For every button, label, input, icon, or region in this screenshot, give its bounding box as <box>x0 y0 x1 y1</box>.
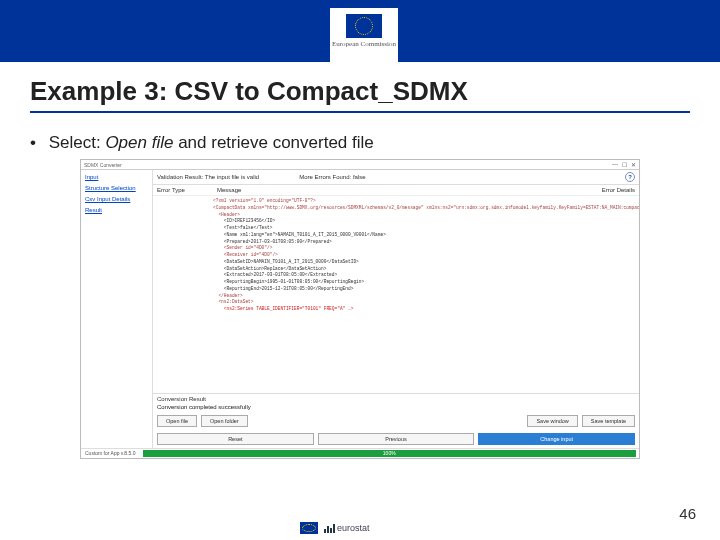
xml-output-box: <?xml version="1.0" encoding="UTF-8"?> <… <box>153 196 639 393</box>
xml-line: <Receiver id="4D0"/> <box>213 252 633 259</box>
xml-line: <ReportingBegin>1995-01-01T08:05:00</Rep… <box>213 279 633 286</box>
app-window: SDMX Converter — ☐ ✕ Input Structure Sel… <box>80 159 640 459</box>
sidebar-item-result[interactable]: Result <box>85 207 148 213</box>
help-icon[interactable]: ? <box>625 172 635 182</box>
eu-flag-icon <box>346 14 382 38</box>
col-error-type: Error Type <box>157 187 217 193</box>
conversion-result-message: Conversion completed successfully <box>157 404 635 410</box>
eurostat-label: eurostat <box>337 523 370 533</box>
validation-value: The input file is valid <box>205 174 259 180</box>
sidebar-item-structure[interactable]: Structure Selection <box>85 185 148 191</box>
status-left: Custom for App v.8.5.0 <box>81 449 140 458</box>
ec-logo-label: European Commission <box>330 40 398 48</box>
xml-line: <Extracted>2017-03-01T08:05:00</Extracte… <box>213 272 633 279</box>
xml-line: <DataSetAction>Replace</DataSetAction> <box>213 266 633 273</box>
col-error-details: Error Details <box>565 187 635 193</box>
footer-logos: eurostat <box>300 522 370 534</box>
xml-line: <ID>IREF123456</ID> <box>213 218 633 225</box>
ec-logo: European Commission <box>330 8 398 62</box>
status-bar: Custom for App v.8.5.0 100% <box>81 448 639 458</box>
eurostat-logo: eurostat <box>324 523 370 533</box>
xml-line: <?xml version="1.0" encoding="UTF-8"?> <box>213 198 633 205</box>
xml-line: <ns2:DataSet> <box>213 299 633 306</box>
change-input-button[interactable]: Change input <box>478 433 635 445</box>
xml-line: <Prepared>2017-03-01T08:05:00</Prepared> <box>213 239 633 246</box>
close-icon[interactable]: ✕ <box>631 161 636 168</box>
xml-line: </Header> <box>213 293 633 300</box>
wizard-sidebar: Input Structure Selection Csv Input Deta… <box>81 170 153 448</box>
reset-button[interactable]: Reset <box>157 433 314 445</box>
window-title: SDMX Converter <box>84 162 122 168</box>
conversion-result-heading: Conversion Result <box>157 396 635 402</box>
slide-title: Example 3: CSV to Compact_SDMX <box>30 76 690 113</box>
validation-label: Validation Result: <box>157 174 203 180</box>
progress-bar: 100% <box>143 450 637 457</box>
xml-line: <DataSetID>NAMAIN_T0101_A_IT_2015_0000</… <box>213 259 633 266</box>
previous-button[interactable]: Previous <box>318 433 475 445</box>
bullet-rest: and retrieve converted file <box>173 133 373 152</box>
open-file-button[interactable]: Open file <box>157 415 197 427</box>
xml-line: <Sender id="4D0"/> <box>213 245 633 252</box>
xml-line: <ReportingEnd>2015-12-31T08:05:00</Repor… <box>213 286 633 293</box>
bullet-dot: • <box>30 133 36 152</box>
xml-line: <CompactData xmlns="http://www.SDMX.org/… <box>213 205 633 212</box>
sidebar-item-input[interactable]: Input <box>85 174 148 180</box>
sidebar-item-csv-details[interactable]: Csv Input Details <box>85 196 148 202</box>
bullet-prefix: Select: <box>49 133 106 152</box>
xml-line: <Header> <box>213 212 633 219</box>
page-number: 46 <box>679 505 696 522</box>
save-template-button[interactable]: Save template <box>582 415 635 427</box>
save-window-button[interactable]: Save window <box>527 415 577 427</box>
xml-line: <ns2:Series TABLE_IDENTIFIER="T0101" FRE… <box>213 306 633 313</box>
xml-line: <Name xml:lang="en">NAMAIN_T0101_A_IT_20… <box>213 232 633 239</box>
result-column-headers: Error Type Message Error Details <box>153 185 639 196</box>
col-message: Message <box>217 187 565 193</box>
nav-buttons-row: Reset Previous Change input <box>153 430 639 448</box>
validation-row: Validation Result: The input file is val… <box>153 170 639 185</box>
eurostat-bars-icon <box>324 523 335 533</box>
errors-label: More Errors Found: <box>299 174 351 180</box>
open-folder-button[interactable]: Open folder <box>201 415 248 427</box>
file-buttons-row: Open file Open folder Save window Save t… <box>153 412 639 430</box>
conversion-result-panel: Conversion Result Conversion completed s… <box>153 393 639 412</box>
slide-header-bar: European Commission <box>0 0 720 62</box>
bullet-italic: Open file <box>105 133 173 152</box>
slide-bullet: • Select: Open file and retrieve convert… <box>30 133 720 153</box>
eu-flag-small-icon <box>300 522 318 534</box>
maximize-icon[interactable]: ☐ <box>622 161 627 168</box>
main-panel: Validation Result: The input file is val… <box>153 170 639 448</box>
minimize-icon[interactable]: — <box>612 161 618 168</box>
errors-value: false <box>353 174 366 180</box>
window-titlebar: SDMX Converter — ☐ ✕ <box>81 160 639 170</box>
xml-line: <Test>false</Test> <box>213 225 633 232</box>
